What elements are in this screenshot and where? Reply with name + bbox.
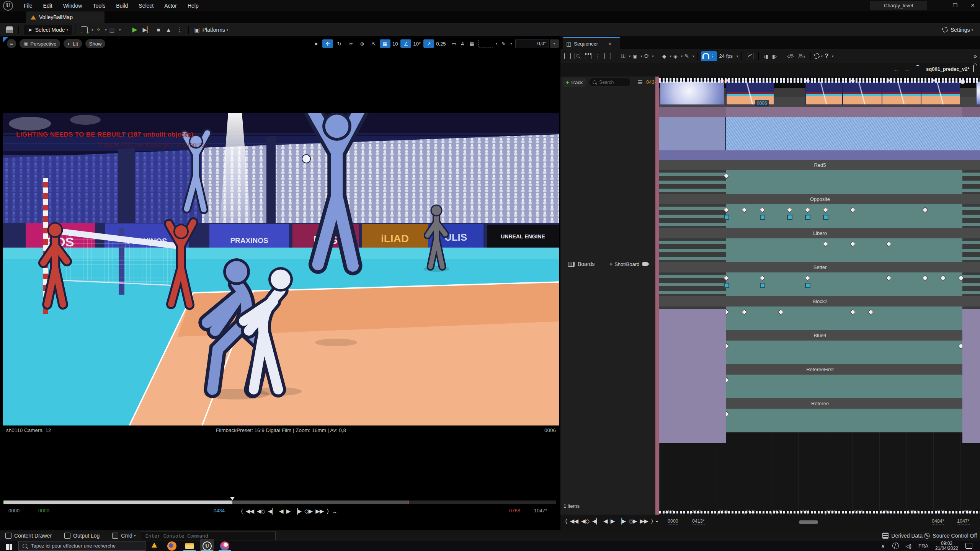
find-asset-icon[interactable] bbox=[575, 53, 581, 59]
avg-icon[interactable] bbox=[150, 541, 159, 551]
console-command-input[interactable]: Enter Console Command bbox=[141, 531, 276, 540]
menu-actor[interactable]: Actor bbox=[159, 0, 182, 11]
start-button[interactable] bbox=[0, 542, 18, 550]
scale-tool-icon[interactable]: ▱ bbox=[345, 39, 356, 48]
seq-scrollbar-handle[interactable] bbox=[799, 520, 818, 524]
lock-icon[interactable] bbox=[973, 65, 974, 72]
play-options-icon[interactable]: ⋮ bbox=[177, 26, 183, 33]
back-key-button[interactable]: ◀◇ bbox=[581, 518, 589, 525]
keyframe-section[interactable] bbox=[724, 283, 729, 288]
sequencer-timeline[interactable]: 0414042004260432043804440450045604620468… bbox=[659, 77, 980, 515]
move-tool-icon[interactable]: ✣ bbox=[322, 39, 333, 48]
play-reverse-button[interactable]: ◀ bbox=[603, 518, 608, 525]
platforms-icon[interactable]: ▣ bbox=[194, 26, 200, 33]
playback-options-icon[interactable]: ⛭ bbox=[644, 53, 648, 59]
sequence-name[interactable]: sq001_predec_v2* bbox=[926, 66, 969, 72]
keyframe-section[interactable] bbox=[823, 215, 828, 220]
volume-icon[interactable]: ◁) bbox=[906, 543, 911, 549]
close-button[interactable]: ✕ bbox=[966, 0, 979, 11]
next-shot-button[interactable]: ▶▶ bbox=[315, 508, 323, 515]
grid-snap-value[interactable]: 10 bbox=[390, 41, 400, 47]
scale-snap-icon[interactable]: ↗ bbox=[423, 39, 434, 48]
overflow-chevron-icon[interactable]: » bbox=[973, 53, 977, 60]
add-track-button[interactable]: +Track bbox=[563, 78, 586, 87]
track-body-Red5[interactable] bbox=[659, 170, 980, 194]
seq-range-end[interactable]: 1047* bbox=[957, 518, 970, 525]
keyframe-section[interactable] bbox=[760, 283, 765, 288]
add-actor-icon[interactable]: + bbox=[81, 26, 88, 33]
filter-icon[interactable] bbox=[638, 80, 642, 84]
content-drawer-button[interactable]: Content Drawer bbox=[14, 533, 52, 539]
menu-tools[interactable]: Tools bbox=[87, 0, 111, 11]
track-body-Opposite[interactable] bbox=[659, 204, 980, 228]
help-icon[interactable]: ? bbox=[825, 53, 828, 60]
source-control-button[interactable]: Source Control Off bbox=[933, 533, 977, 539]
minimize-button[interactable]: – bbox=[931, 0, 944, 11]
camera-edit-icon[interactable]: ✎ bbox=[498, 39, 509, 48]
notifications-icon[interactable] bbox=[965, 543, 972, 549]
track-header-Opposite[interactable]: Opposite bbox=[659, 194, 980, 204]
level-tab[interactable]: VolleyBallMap bbox=[26, 11, 105, 23]
snap-magnet-toggle[interactable]: ⋮ bbox=[701, 51, 717, 61]
lit-dropdown[interactable]: ◐Lit bbox=[64, 39, 82, 48]
paint3d-icon[interactable] bbox=[220, 541, 229, 551]
save-icon[interactable] bbox=[6, 26, 13, 33]
spawn-options-icon[interactable] bbox=[604, 53, 611, 59]
viewport-timeline-bar[interactable] bbox=[3, 500, 556, 504]
menu-help[interactable]: Help bbox=[182, 0, 204, 11]
prev-shot-button[interactable]: ◀◀ bbox=[570, 518, 578, 525]
network-icon[interactable] bbox=[892, 543, 899, 549]
maximize-button[interactable]: ❐ bbox=[949, 0, 962, 11]
frame-back-button[interactable]: ◀▏ bbox=[268, 508, 276, 515]
menu-window[interactable]: Window bbox=[58, 0, 88, 11]
scene-render[interactable]: .outl{stroke:#1c2040;stroke-width:13;fil… bbox=[3, 113, 559, 425]
autokey-options-icon[interactable]: ◈ bbox=[673, 53, 678, 59]
track-body-Libero[interactable] bbox=[659, 238, 980, 262]
subscene-band[interactable] bbox=[659, 150, 980, 160]
level-viewport[interactable]: ≡ ▣Perspective ◐Lit Show ➤ ✣ ↻ ▱ ⊕ ⇱ ▦ 1… bbox=[0, 36, 560, 530]
language-indicator[interactable]: FRA bbox=[918, 543, 928, 549]
tab-close-icon[interactable]: ✕ bbox=[608, 41, 612, 47]
nav-forward-icon[interactable]: → bbox=[904, 66, 910, 72]
angle-snap-icon[interactable]: ∠ bbox=[400, 39, 411, 48]
select-mode-dropdown[interactable]: ➤ Select Mode▾ bbox=[24, 25, 72, 35]
prev-shot-button[interactable]: ◀◀ bbox=[246, 508, 254, 515]
camera-cuts-track[interactable] bbox=[659, 107, 980, 117]
jump-front-button[interactable]: ⟨ bbox=[565, 518, 567, 525]
view-options-icon[interactable]: ◉ bbox=[632, 53, 637, 59]
rotation-field[interactable]: 0,0° bbox=[515, 39, 549, 48]
settings-label[interactable]: Settings bbox=[951, 27, 970, 33]
next-key-button[interactable]: ◇▶ bbox=[629, 518, 637, 525]
grid-view-icon[interactable]: ▦ bbox=[467, 39, 477, 48]
viewport-menu-icon[interactable]: ≡ bbox=[7, 39, 16, 48]
play-forward-button[interactable]: ▶ bbox=[286, 508, 291, 515]
track-header-Block2[interactable]: Block2 bbox=[659, 296, 980, 306]
play-reverse-button[interactable]: ◀ bbox=[279, 508, 283, 515]
surface-snap-icon[interactable]: ⇱ bbox=[368, 39, 379, 48]
layout-box-icon[interactable] bbox=[478, 40, 494, 47]
keyframe-section[interactable] bbox=[805, 215, 810, 220]
track-header-Libero[interactable]: Libero bbox=[659, 228, 980, 238]
jump-prev-shot-icon[interactable]: ‹▮ bbox=[764, 53, 768, 59]
create-sequence-icon[interactable] bbox=[564, 53, 571, 59]
eject-button[interactable]: ▲ bbox=[166, 26, 172, 33]
rotate-tool-icon[interactable]: ↻ bbox=[334, 39, 345, 48]
camera-speed-icon[interactable]: ▭ bbox=[448, 39, 459, 48]
angle-snap-value[interactable]: 10° bbox=[411, 41, 423, 47]
keyframe-options-icon[interactable]: ◆ bbox=[662, 53, 666, 59]
keyframe-section[interactable] bbox=[805, 283, 810, 288]
curve-editor-icon[interactable] bbox=[747, 53, 753, 59]
boards-button[interactable]: Boards bbox=[568, 261, 595, 267]
taskbar-search-input[interactable]: Tapez ici pour effectuer une recherche bbox=[18, 541, 145, 551]
derived-data-button[interactable]: Derived Data bbox=[891, 533, 923, 539]
frame-forward-button[interactable]: ▕▶ bbox=[617, 518, 626, 525]
edit-mode-icon[interactable]: ✎ bbox=[684, 53, 689, 59]
walk-forward-icon[interactable]: 𐂂› bbox=[798, 53, 805, 59]
menu-edit[interactable]: Edit bbox=[38, 0, 58, 11]
perspective-dropdown[interactable]: ▣Perspective bbox=[20, 39, 60, 48]
sequencer-tab[interactable]: ◫ Sequencer ✕ bbox=[563, 37, 620, 50]
tray-expand-icon[interactable]: ∧ bbox=[881, 543, 885, 549]
rotation-dropdown[interactable]: ▾ bbox=[550, 39, 559, 48]
walk-back-icon[interactable]: ‹𐂂 bbox=[787, 53, 794, 59]
camera-speed-value[interactable]: 4 bbox=[459, 41, 466, 47]
